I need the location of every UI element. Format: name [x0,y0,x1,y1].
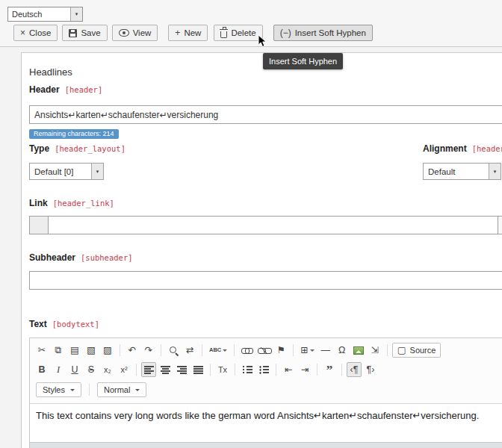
toolbar-separator [202,344,202,356]
remove-format-button[interactable]: Tx [215,362,230,377]
save-button[interactable]: Save [62,25,107,41]
align-right-button[interactable] [174,362,189,377]
badge-row: Remaining characters: 214 [29,128,502,139]
replace-button[interactable]: ⇄ [182,343,197,358]
type-label-text: Type [29,143,49,154]
view-button[interactable]: View [112,25,158,41]
language-select-value: Deutsch [8,10,70,19]
maximize-icon: ⇲ [371,346,378,355]
spellcheck-button[interactable]: ABC [207,343,229,358]
bidi-ltr-icon: ‹¶ [350,365,359,375]
text-label-text: Text [29,319,47,329]
rte-toolbar-row-1: ✂⧉▤▧▨↶↷⇄ABC⚑⊞—Ω⇲▢Source [34,340,502,360]
align-right-icon [177,366,187,374]
toolbar-separator [317,364,317,376]
unlink-icon [258,347,270,354]
paste-icon: ▤ [70,346,79,355]
toolbar-separator [276,364,276,376]
underline-button[interactable]: U [67,362,82,377]
align-justify-button[interactable] [190,362,205,377]
strikethrough-button[interactable]: S [84,362,99,377]
type-column: Type [header_layout] Default [0] [29,143,423,180]
save-icon [69,29,77,37]
paste-word-button[interactable]: ▨ [100,343,115,358]
cut-button[interactable]: ✂ [34,343,49,358]
source-button[interactable]: ▢Source [392,343,441,358]
link-input[interactable] [49,216,498,234]
new-button-label: New [184,28,201,37]
header-field-label: Header [header] [29,84,502,95]
numbered-list-button[interactable] [240,362,255,377]
source-button-label: Source [410,346,436,355]
toolbar-separator [387,344,388,356]
align-center-button[interactable] [158,362,173,377]
table-button[interactable]: ⊞ [298,343,316,358]
format-select-label: Normal [104,385,130,394]
strikethrough-icon: S [88,365,94,375]
outdent-button[interactable]: ⇤ [281,362,296,377]
remove-format-icon: Tx [218,366,227,374]
subscript-button[interactable]: x₂ [100,362,115,377]
subheader-input[interactable] [29,271,502,290]
rte-content-area[interactable]: This text contains very long words like … [30,404,502,442]
alignment-field-label: Alignment [header_position] [423,143,502,154]
align-left-button[interactable] [141,362,156,377]
anchor-button[interactable]: ⚑ [273,343,288,358]
bidi-rtl-icon: ¶› [367,365,375,375]
italic-button[interactable]: I [51,362,66,377]
view-button-label: View [133,28,152,37]
new-button[interactable]: + New [168,25,208,41]
delete-button[interactable]: Delete [214,25,262,41]
paste-button[interactable]: ▤ [67,343,82,358]
horizontal-line-button[interactable]: — [318,343,333,358]
maximize-button[interactable]: ⇲ [368,343,382,358]
redo-button[interactable]: ↷ [141,343,156,358]
toolbar-separator [235,364,235,376]
link-input-group [29,216,502,234]
bidi-rtl-button[interactable]: ¶› [363,362,378,377]
text-field-label: Text [bodytext] [29,319,502,329]
insert-soft-hyphen-button[interactable]: (−) Insert Soft Hyphen [273,25,373,41]
blockquote-button[interactable]: ” [322,362,337,377]
special-character-button[interactable]: Ω [335,343,350,358]
link-browser-button[interactable] [498,216,502,234]
format-select[interactable]: Normal [97,382,146,397]
insert-link-button[interactable] [239,343,255,358]
numbered-list-icon [243,366,252,374]
toolbar-separator [120,344,120,356]
close-button[interactable]: × Close [13,25,58,41]
chevron-down-icon [223,349,227,352]
underline-icon: U [71,365,78,375]
alignment-select[interactable]: Default [423,163,501,180]
styles-select-label: Styles [43,385,65,394]
chevron-down-icon [70,7,82,21]
paste-word-icon: ▨ [103,346,112,355]
styles-select[interactable]: Styles [36,382,81,397]
alignment-column: Alignment [header_position] Default [423,143,502,180]
alignment-label-text: Alignment [423,143,467,154]
bidi-ltr-button[interactable]: ‹¶ [347,362,362,377]
blockquote-icon: ” [326,364,333,376]
find-button[interactable] [166,343,181,358]
superscript-button[interactable]: x² [117,362,131,377]
unlink-button[interactable] [256,343,272,358]
subscript-icon: x₂ [104,366,111,374]
copy-icon: ⧉ [55,346,62,355]
spellcheck-icon: ABC [209,347,221,353]
view-icon [119,29,129,37]
language-select[interactable]: Deutsch [7,7,83,22]
header-input[interactable] [29,105,502,124]
rte-paragraph[interactable]: This text contains very long words like … [36,410,502,421]
indent-button[interactable]: ⇥ [297,362,312,377]
bold-button[interactable]: B [34,362,49,377]
insert-image-button[interactable] [351,343,366,358]
table-icon: ⊞ [300,346,308,355]
copy-button[interactable]: ⧉ [51,343,66,358]
type-field-label: Type [header_layout] [29,143,423,154]
bullet-list-button[interactable] [256,362,271,377]
undo-button[interactable]: ↶ [125,343,140,358]
paste-text-button[interactable]: ▧ [84,343,99,358]
link-addon[interactable] [29,216,49,234]
type-select[interactable]: Default [0] [29,163,104,180]
toolbar-separator [136,364,137,376]
